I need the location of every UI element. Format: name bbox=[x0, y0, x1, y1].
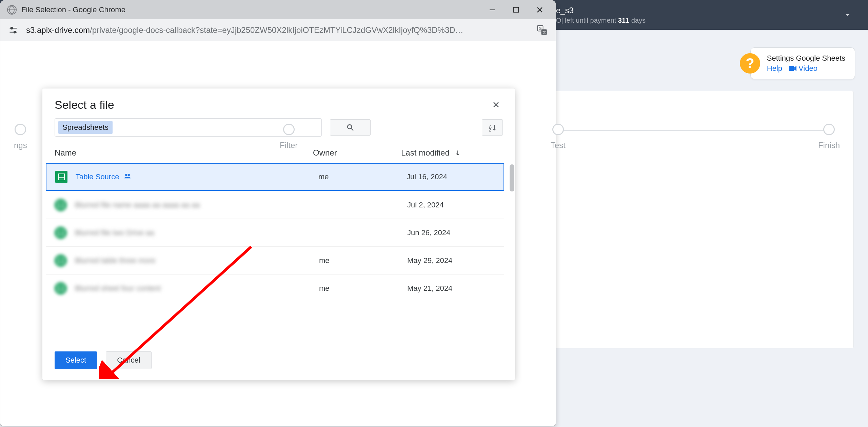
minimize-button[interactable] bbox=[480, 0, 504, 19]
sort-icon: AZ bbox=[488, 123, 496, 131]
table-head: Name Owner Last modified bbox=[42, 140, 515, 163]
file-name: Blurred file name aaaa aa aaaa aa aa bbox=[75, 201, 319, 209]
svg-text:Z: Z bbox=[489, 128, 491, 131]
file-name: Blurred table three more bbox=[75, 256, 319, 265]
close-button[interactable] bbox=[528, 0, 552, 19]
svg-point-4 bbox=[11, 27, 13, 29]
file-owner: me bbox=[319, 284, 407, 293]
help-title: Settings Google Sheets bbox=[767, 54, 845, 63]
picker-title: Select a file bbox=[55, 98, 114, 111]
svg-text:文: 文 bbox=[542, 30, 546, 34]
addressbar: s3.apix-drive.com/private/google-docs-ca… bbox=[0, 19, 556, 41]
translate-icon[interactable]: G文 bbox=[535, 23, 549, 37]
svg-text:G: G bbox=[539, 26, 542, 30]
step-test[interactable]: Test bbox=[551, 124, 566, 150]
close-icon[interactable] bbox=[489, 98, 503, 111]
help-card: ? Settings Google Sheets Help Video bbox=[750, 47, 855, 79]
file-modified: Jun 26, 2024 bbox=[407, 228, 495, 237]
picker-actions: Select Cancel bbox=[42, 343, 515, 380]
svg-point-11 bbox=[348, 125, 352, 129]
file-modified: May 21, 2024 bbox=[407, 284, 495, 293]
sheets-icon bbox=[55, 171, 67, 183]
select-button[interactable]: Select bbox=[55, 351, 97, 369]
chrome-window: File Selection - Google Chrome s3.apix-d… bbox=[0, 0, 556, 426]
maximize-button[interactable] bbox=[504, 0, 528, 19]
table-row[interactable]: Blurred table three more me May 29, 2024 bbox=[46, 246, 504, 274]
svg-rect-2 bbox=[514, 7, 518, 12]
cancel-button[interactable]: Cancel bbox=[106, 351, 151, 369]
col-name[interactable]: Name bbox=[55, 148, 313, 158]
table-row[interactable]: Blurred sheet four content me May 21, 20… bbox=[46, 274, 504, 302]
file-name: Table Source bbox=[76, 172, 318, 182]
svg-rect-1 bbox=[490, 9, 495, 10]
table-row[interactable]: Table Source me Jul 16, 2024 bbox=[46, 163, 504, 191]
window-title: File Selection - Google Chrome bbox=[21, 5, 125, 14]
help-link[interactable]: Help bbox=[767, 64, 782, 73]
svg-point-15 bbox=[125, 174, 127, 176]
popup-body: Select a file Spreadsheets AZ Name bbox=[0, 41, 556, 426]
file-owner: me bbox=[318, 172, 407, 181]
file-name: Blurred sheet four content bbox=[75, 284, 319, 293]
file-picker: Select a file Spreadsheets AZ Name bbox=[42, 88, 515, 380]
file-owner: me bbox=[319, 256, 407, 265]
step-filter[interactable]: Filter bbox=[280, 124, 298, 150]
site-settings-icon[interactable] bbox=[7, 24, 19, 36]
file-name: Blurred file two Drive aa bbox=[75, 228, 319, 237]
svg-line-12 bbox=[351, 128, 353, 130]
help-icon: ? bbox=[740, 53, 760, 74]
step-finish[interactable]: Finish bbox=[818, 124, 840, 150]
sheets-icon bbox=[55, 227, 67, 239]
step-ngs[interactable]: ngs bbox=[14, 124, 27, 150]
globe-icon bbox=[7, 5, 17, 15]
url[interactable]: s3.apix-drive.com/private/google-docs-ca… bbox=[26, 25, 530, 35]
table-row[interactable]: Blurred file name aaaa aa aaaa aa aa Jul… bbox=[46, 191, 504, 219]
scrollbar[interactable] bbox=[510, 164, 514, 191]
filter-chip[interactable]: Spreadsheets bbox=[58, 121, 113, 134]
file-modified: May 29, 2024 bbox=[407, 256, 495, 265]
video-icon bbox=[789, 66, 796, 71]
col-owner[interactable]: Owner bbox=[313, 148, 401, 158]
svg-rect-0 bbox=[789, 66, 794, 71]
sheets-icon bbox=[55, 199, 67, 211]
sheets-icon bbox=[55, 282, 67, 294]
sort-button[interactable]: AZ bbox=[482, 119, 503, 136]
shared-icon bbox=[124, 172, 131, 182]
col-modified[interactable]: Last modified bbox=[401, 148, 503, 158]
file-list: Table Source me Jul 16, 2024 Blurred fil… bbox=[42, 163, 515, 340]
video-link[interactable]: Video bbox=[789, 64, 817, 73]
sheets-icon bbox=[55, 255, 67, 267]
file-modified: Jul 2, 2024 bbox=[407, 201, 495, 209]
chevron-down-icon[interactable] bbox=[841, 11, 854, 19]
search-button[interactable] bbox=[330, 119, 371, 136]
search-icon bbox=[346, 123, 354, 131]
arrow-down-icon bbox=[454, 149, 461, 156]
titlebar: File Selection - Google Chrome bbox=[0, 0, 556, 19]
svg-point-16 bbox=[128, 174, 130, 176]
file-modified: Jul 16, 2024 bbox=[407, 172, 495, 181]
svg-point-6 bbox=[14, 31, 16, 33]
table-row[interactable]: Blurred file two Drive aa Jun 26, 2024 bbox=[46, 219, 504, 246]
